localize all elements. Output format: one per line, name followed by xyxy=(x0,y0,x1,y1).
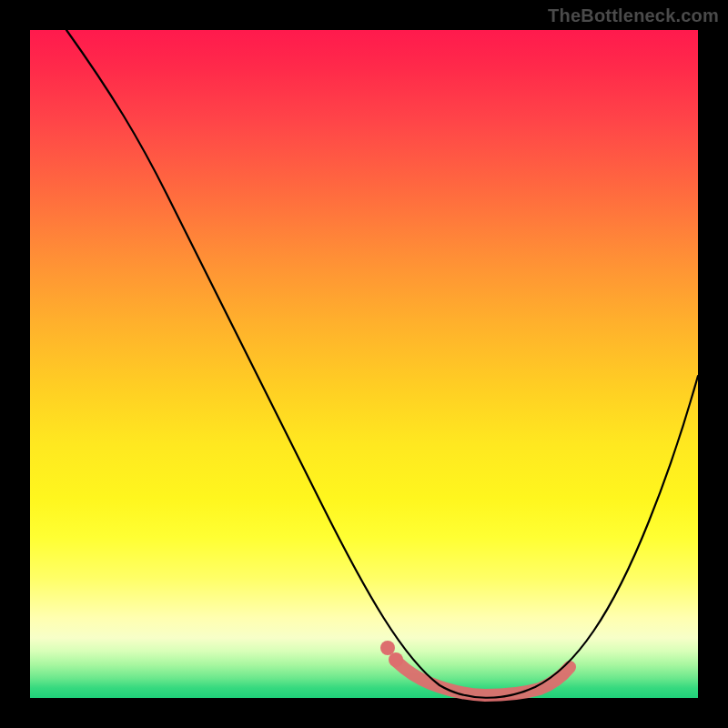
watermark-text: TheBottleneck.com xyxy=(548,5,719,26)
chart-overlay xyxy=(30,30,698,698)
highlight-segment xyxy=(398,662,570,695)
bottleneck-curve xyxy=(66,30,698,698)
highlight-dot xyxy=(389,652,403,667)
chart-frame: TheBottleneck.com xyxy=(0,0,728,728)
highlight-dot xyxy=(380,641,395,655)
